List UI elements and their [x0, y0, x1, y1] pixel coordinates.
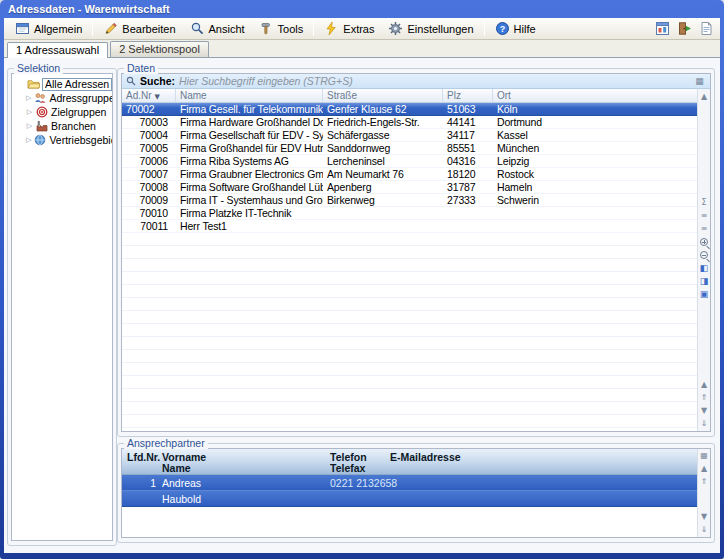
cell-plz: 18120 [443, 168, 493, 180]
notes-icon [699, 21, 714, 36]
tree-item-vertriebsgebiete[interactable]: ▷ Vertriebsgebiete [12, 133, 112, 147]
expander-icon[interactable]: ▷ [26, 108, 33, 116]
contact-row-line2[interactable]: Haubold [122, 491, 697, 507]
row-up-icon[interactable]: ▲ [698, 379, 710, 391]
contacts-grid: Lfd.Nr. Vorname Name Telefon Telefax E-M… [121, 448, 711, 538]
table-row[interactable]: 70009 Firma IT - Systemhaus und Großhand… [122, 194, 697, 207]
tree-item-zielgruppen[interactable]: ▷ Zielgruppen [12, 105, 112, 119]
search-input[interactable] [179, 75, 689, 88]
toolbar-separator [92, 21, 93, 36]
page-up-icon[interactable]: ⇑ [698, 476, 710, 488]
settings-icon [388, 21, 403, 36]
table-row[interactable]: 70011 Herr Test1 [122, 220, 697, 233]
menu-allgemein[interactable]: Allgemein [8, 19, 89, 38]
column-header-plz[interactable]: Plz [443, 89, 493, 102]
customize-columns-icon[interactable]: ▦ [698, 450, 710, 462]
cell-strasse: Sanddornweg [323, 142, 443, 154]
column-header-lfdnr[interactable]: Lfd.Nr. [127, 451, 160, 463]
table-row[interactable]: 70007 Firma Graubner Electronics GmbH Am… [122, 168, 697, 181]
menu-label: Bearbeiten [122, 23, 175, 35]
page-up-icon[interactable]: ⇑ [698, 392, 710, 404]
menu-extras[interactable]: Extras [317, 19, 381, 38]
cell-ort: Schwerin [493, 194, 697, 206]
cell-ort: Köln [493, 103, 697, 115]
expander-icon[interactable]: ▷ [26, 136, 31, 144]
cell-ort: Hameln [493, 181, 697, 193]
row-down-icon[interactable]: ▼ [698, 511, 710, 523]
panel-left-icon[interactable]: ◧ [698, 262, 710, 274]
menu-bearbeiten[interactable]: Bearbeiten [96, 19, 182, 38]
customize-columns-icon[interactable]: ▦ [693, 76, 706, 86]
tab-strip: 1 Adressauswahl 2 Selektionspool [4, 40, 720, 58]
cell-name: Firma Platzke IT-Technik [176, 207, 323, 219]
cell-plz: 85551 [443, 142, 493, 154]
column-header-telefax[interactable]: Telefax [330, 462, 365, 474]
ansprechpartner-group: Ansprechpartner Lfd.Nr. Vorname Name Tel… [117, 437, 715, 543]
menu-einstellungen[interactable]: Einstellungen [381, 19, 480, 38]
cell-ort: Rostock [493, 168, 697, 180]
cell-ort: München [493, 142, 697, 154]
cell-name: Herr Test1 [176, 220, 323, 232]
column-header-email[interactable]: E-Mailadresse [390, 451, 461, 463]
sum-icon[interactable]: Σ [698, 197, 710, 209]
list-icon[interactable]: ≡ [698, 210, 710, 222]
notes-button[interactable] [696, 19, 716, 39]
menu-ansicht[interactable]: Ansicht [183, 19, 252, 38]
scroll-up-icon[interactable]: ▲ [698, 91, 710, 103]
column-header-name[interactable]: Name [176, 89, 323, 102]
column-header-strasse[interactable]: Straße [323, 89, 443, 102]
zoom-out-icon[interactable] [700, 251, 708, 259]
table-row[interactable]: 70002 Firma Gesell. für Telekommunikatio… [122, 103, 697, 116]
table-row[interactable]: 70004 Firma Gesellschaft für EDV - Syste… [122, 129, 697, 142]
menu-hilfe[interactable]: ? Hilfe [488, 19, 543, 38]
table-row[interactable]: 70006 Firma Riba Systems AG Lercheninsel… [122, 155, 697, 168]
folder-icon [27, 78, 39, 90]
column-header-ort[interactable]: Ort [493, 89, 697, 102]
address-grid: Suche: ▦ Ad.Nr▼ Name Straße Plz Ort 7000… [121, 73, 711, 432]
expander-icon[interactable]: ▷ [26, 122, 33, 130]
column-header-adnr[interactable]: Ad.Nr▼ [122, 89, 176, 102]
tab-selektionspool[interactable]: 2 Selektionspool [110, 41, 209, 57]
title-bar[interactable]: Adressdaten - Warenwirtschaft [0, 0, 724, 18]
exit-button[interactable] [674, 19, 694, 39]
tree-item-alle-adressen[interactable]: Alle Adressen [12, 77, 112, 91]
table-row[interactable]: 70008 Firma Software Großhandel Lübke AG… [122, 181, 697, 194]
form-icon [15, 21, 30, 36]
cell-plz: 51063 [443, 103, 493, 115]
table-row[interactable]: 70005 Firma Großhandel für EDV Hutner Sa… [122, 142, 697, 155]
page-down-icon[interactable]: ⇓ [698, 524, 710, 536]
tree-item-adressgruppen[interactable]: ▷ Adressgruppen [12, 91, 112, 105]
list-icon[interactable]: ≡ [698, 223, 710, 235]
tree-item-branchen[interactable]: ▷ Branchen [12, 119, 112, 133]
column-header-name[interactable]: Name [162, 462, 191, 474]
panel-right-icon[interactable]: ◨ [698, 275, 710, 287]
expander-icon[interactable]: ▷ [26, 94, 31, 102]
daten-group: Daten Suche: ▦ Ad.Nr▼ Name Straße [117, 62, 715, 437]
industry-icon [36, 120, 48, 132]
table-row[interactable]: 70003 Firma Hardware Großhandel Dortmund… [122, 116, 697, 129]
row-down-icon[interactable]: ▼ [698, 405, 710, 417]
contacts-grid-header: Lfd.Nr. Vorname Name Telefon Telefax E-M… [122, 449, 697, 475]
menu-label: Allgemein [34, 23, 82, 35]
cell-plz: 34117 [443, 129, 493, 141]
row-up-icon[interactable]: ▲ [698, 463, 710, 475]
grid-header: Ad.Nr▼ Name Straße Plz Ort [122, 89, 710, 103]
column-header-label: Ad.Nr [126, 90, 152, 101]
cell-name: Firma Riba Systems AG [176, 155, 323, 167]
page-down-icon[interactable]: ⇓ [698, 418, 710, 430]
contact-row-line1[interactable]: 1 Andreas 0221 2132658 [122, 475, 697, 491]
contacts-grid-body: 1 Andreas 0221 2132658 Haubold [122, 475, 697, 507]
tab-adressauswahl[interactable]: 1 Adressauswahl [7, 42, 108, 58]
cell-adnr: 70010 [122, 207, 176, 219]
globe-icon [34, 134, 46, 146]
cell-lfdnr: 1 [122, 477, 156, 489]
zoom-in-icon[interactable] [700, 238, 708, 246]
sort-desc-icon: ▼ [155, 93, 160, 101]
cell-name: Firma Gesell. für Telekommunikation [176, 103, 323, 115]
table-row[interactable]: 70010 Firma Platzke IT-Technik [122, 207, 697, 220]
cell-plz: 27333 [443, 194, 493, 206]
menu-tools[interactable]: Tools [252, 19, 311, 38]
toolbar-separator [313, 21, 314, 36]
panel-grid-icon[interactable]: ▣ [698, 288, 710, 300]
report-button[interactable] [652, 19, 672, 39]
